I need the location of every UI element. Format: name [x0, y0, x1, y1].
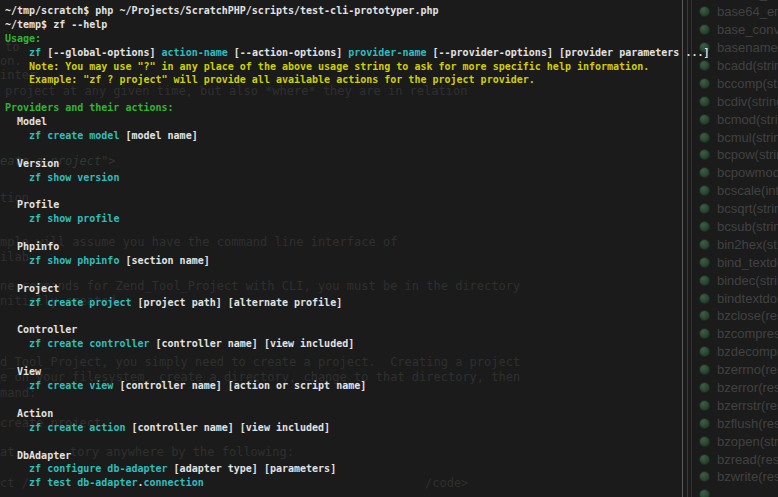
- terminal-line: Example: "zf ? project" will provide all…: [5, 71, 709, 85]
- terminal-text-segment: Providers and their actions:: [5, 102, 174, 113]
- terminal-text-segment: [5, 297, 29, 308]
- function-list-item-label: bcpowmod(s: [717, 165, 778, 180]
- terminal-text-segment: zf: [29, 47, 41, 58]
- function-list-item-label: bindec(strin: [717, 273, 778, 288]
- terminal-text-segment: zf show version: [29, 172, 119, 183]
- function-list-item-label: basename(st: [717, 40, 778, 55]
- function-list-item-label: bcpow(strin: [717, 147, 778, 162]
- terminal-text-segment: [--action-options]: [228, 47, 348, 58]
- terminal-line: zf configure db-adapter [adapter type] […: [5, 460, 709, 474]
- function-list-item-label: base64_enc: [717, 4, 778, 19]
- terminal-line: [5, 391, 709, 405]
- terminal-text-segment: [--global-options]: [41, 47, 161, 58]
- terminal-line: Project: [5, 280, 709, 294]
- terminal-line: [5, 433, 709, 447]
- terminal-line: ~/temp$ zf --help: [5, 16, 709, 30]
- terminal-text-segment: [5, 422, 29, 433]
- terminal-text-segment: Version: [5, 158, 59, 169]
- terminal-text-segment: Profile: [5, 199, 59, 210]
- function-list-item-label: bcscale(int $: [717, 183, 778, 198]
- terminal-line: zf show version: [5, 169, 709, 183]
- function-list-item-label: bzdecompre: [717, 344, 778, 359]
- function-list-item-label: bcadd(string: [717, 58, 778, 73]
- function-list-item-label: bzwrite(reso: [717, 469, 778, 484]
- terminal-text-segment: zf test db-adapter: [29, 477, 137, 488]
- function-list-item-label: bzerror(reso: [717, 380, 778, 395]
- terminal-text-segment: action-name: [162, 47, 228, 58]
- terminal-text-segment: [controller name] [view included]: [150, 338, 355, 349]
- terminal-text-segment: ~/temp$ zf --help: [5, 19, 107, 30]
- function-list-item-label: bcsqrt(strin: [717, 201, 778, 216]
- terminal-line: Providers and their actions:: [5, 99, 709, 113]
- terminal-line: zf create controller [controller name] […: [5, 335, 709, 349]
- function-list-item-label: base_conver: [717, 22, 778, 37]
- function-list-item-label: bind_textdo: [717, 255, 778, 270]
- terminal-line: Note: You may use "?" in any place of th…: [5, 58, 709, 72]
- terminal-text-segment: DbAdapter: [5, 450, 71, 461]
- terminal-text-segment: Controller: [5, 324, 77, 335]
- terminal-text-segment: [project path] [alternate profile]: [131, 297, 342, 308]
- terminal-line: Usage:: [5, 30, 709, 44]
- terminal-line: Model: [5, 113, 709, 127]
- terminal-text-segment: zf configure db-adapter: [29, 463, 167, 474]
- terminal-text-segment: [5, 47, 29, 58]
- terminal-text-segment: [5, 338, 29, 349]
- terminal-text-segment: zf show phpinfo: [29, 255, 119, 266]
- terminal-output[interactable]: ~/tmp/scratch$ php ~/Projects/ScratchPHP…: [5, 2, 709, 488]
- function-list-item-label: base64_deco: [717, 0, 778, 1]
- terminal-text-segment: [section name]: [119, 255, 209, 266]
- terminal-line: Phpinfo: [5, 238, 709, 252]
- terminal-line: Profile: [5, 196, 709, 210]
- terminal-line: zf create model [model name]: [5, 127, 709, 141]
- terminal-text-segment: zf create view: [29, 380, 113, 391]
- screen: toon.interproject at any given time, but…: [0, 0, 778, 497]
- terminal-text-segment: zf show profile: [29, 213, 119, 224]
- terminal-text-segment: [5, 477, 29, 488]
- terminal-text-segment: [--provider-options] [provider parameter…: [427, 47, 710, 58]
- terminal-text-segment: Action: [5, 408, 53, 419]
- terminal-line: zf test db-adapter.connection: [5, 474, 709, 488]
- terminal-text-segment: [model name]: [119, 130, 197, 141]
- function-list-item-label: bzclose(reso: [717, 308, 778, 323]
- terminal-line: [5, 308, 709, 322]
- function-list-item-label: bzread(reso: [717, 452, 778, 467]
- terminal-text-segment: [adapter type] [parameters]: [168, 463, 337, 474]
- terminal-text-segment: [5, 213, 29, 224]
- function-list-item-label: bzopen(strin: [717, 434, 778, 449]
- terminal-text-segment: [5, 463, 29, 474]
- terminal-line: zf create project [project path] [altern…: [5, 294, 709, 308]
- terminal-text-segment: View: [5, 366, 41, 377]
- terminal-line: DbAdapter: [5, 447, 709, 461]
- terminal-line: Action: [5, 405, 709, 419]
- function-list-item-label: bccomp(stri: [717, 76, 778, 91]
- function-bullet-icon: [699, 489, 710, 497]
- terminal-text-segment: [5, 130, 29, 141]
- terminal-text-segment: Note: You may use "?" in any place of th…: [5, 61, 649, 72]
- terminal-text-segment: Usage:: [5, 33, 41, 44]
- terminal-line: zf show phpinfo [section name]: [5, 252, 709, 266]
- function-list-item-label: bzflush(reso: [717, 416, 778, 431]
- terminal-text-segment: Example: "zf ? project" will provide all…: [5, 74, 535, 85]
- function-list-item-label: bindtextdom: [717, 291, 778, 306]
- terminal-line: ~/tmp/scratch$ php ~/Projects/ScratchPHP…: [5, 2, 709, 16]
- terminal-line: [5, 349, 709, 363]
- terminal-text-segment: Model: [5, 116, 47, 127]
- terminal-line: View: [5, 363, 709, 377]
- terminal-text-segment: connection: [144, 477, 204, 488]
- terminal-text-segment: zf create model: [29, 130, 119, 141]
- terminal-text-segment: provider-name: [348, 47, 426, 58]
- terminal-text-segment: [controller name] [view included]: [125, 422, 330, 433]
- terminal-line: Version: [5, 155, 709, 169]
- function-list-item-label: bcmul(string: [717, 130, 778, 145]
- terminal-line: [5, 224, 709, 238]
- terminal-line: Controller: [5, 321, 709, 335]
- terminal-text-segment: [5, 172, 29, 183]
- function-list-item-label: bzerrstr(res: [717, 398, 778, 413]
- terminal-line: zf show profile: [5, 210, 709, 224]
- function-list-item-label: bzcompress: [717, 326, 778, 341]
- terminal-line: zf create action [controller name] [view…: [5, 419, 709, 433]
- function-list-item-label: bcmod(strin: [717, 112, 778, 127]
- function-list-item-label: bzerrno(res: [717, 362, 778, 377]
- terminal-line: [5, 266, 709, 280]
- function-list-item-label: bcdiv(string: [717, 94, 778, 109]
